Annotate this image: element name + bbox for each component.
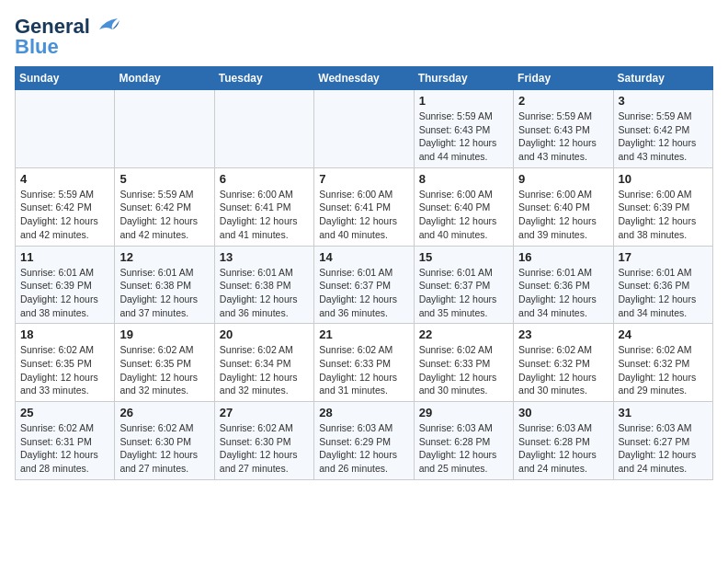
- day-info: Sunrise: 5:59 AM Sunset: 6:42 PM Dayligh…: [619, 109, 708, 164]
- day-info: Sunrise: 6:01 AM Sunset: 6:38 PM Dayligh…: [220, 266, 309, 320]
- logo: General Blue: [15, 15, 121, 59]
- calendar-cell: 23Sunrise: 6:02 AM Sunset: 6:32 PM Dayli…: [514, 324, 613, 402]
- calendar-cell: 14Sunrise: 6:01 AM Sunset: 6:37 PM Dayli…: [314, 246, 414, 324]
- header-day-friday: Friday: [514, 67, 613, 90]
- day-info: Sunrise: 6:03 AM Sunset: 6:29 PM Dayligh…: [319, 421, 408, 476]
- day-number: 16: [518, 250, 608, 264]
- day-info: Sunrise: 6:02 AM Sunset: 6:33 PM Dayligh…: [419, 343, 508, 397]
- calendar-cell: 8Sunrise: 6:00 AM Sunset: 6:40 PM Daylig…: [414, 167, 513, 246]
- calendar-cell: 26Sunrise: 6:02 AM Sunset: 6:30 PM Dayli…: [115, 402, 214, 480]
- day-info: Sunrise: 6:03 AM Sunset: 6:27 PM Dayligh…: [619, 421, 708, 476]
- calendar-cell: 2Sunrise: 5:59 AM Sunset: 6:43 PM Daylig…: [514, 90, 613, 168]
- day-number: 8: [419, 172, 508, 186]
- day-number: 14: [319, 250, 408, 264]
- calendar-cell: 4Sunrise: 5:59 AM Sunset: 6:42 PM Daylig…: [16, 167, 115, 246]
- day-number: 4: [20, 172, 109, 186]
- calendar-cell: 30Sunrise: 6:03 AM Sunset: 6:28 PM Dayli…: [514, 402, 613, 480]
- header-day-thursday: Thursday: [414, 67, 513, 90]
- calendar-cell: 19Sunrise: 6:02 AM Sunset: 6:35 PM Dayli…: [115, 324, 214, 402]
- calendar-cell: 1Sunrise: 5:59 AM Sunset: 6:43 PM Daylig…: [414, 90, 513, 168]
- calendar-cell: 12Sunrise: 6:01 AM Sunset: 6:38 PM Dayli…: [115, 246, 214, 324]
- calendar-cell: 6Sunrise: 6:00 AM Sunset: 6:41 PM Daylig…: [214, 167, 313, 246]
- day-info: Sunrise: 6:01 AM Sunset: 6:38 PM Dayligh…: [119, 266, 209, 320]
- week-row-1: 1Sunrise: 5:59 AM Sunset: 6:43 PM Daylig…: [16, 90, 713, 168]
- day-number: 11: [20, 250, 109, 264]
- day-info: Sunrise: 5:59 AM Sunset: 6:42 PM Dayligh…: [20, 188, 109, 242]
- calendar-cell: 27Sunrise: 6:02 AM Sunset: 6:30 PM Dayli…: [214, 402, 313, 480]
- page-header: General Blue: [15, 15, 713, 59]
- day-number: 28: [319, 406, 408, 419]
- week-row-2: 4Sunrise: 5:59 AM Sunset: 6:42 PM Daylig…: [16, 167, 713, 246]
- day-info: Sunrise: 6:01 AM Sunset: 6:36 PM Dayligh…: [619, 266, 708, 320]
- calendar-cell: 3Sunrise: 5:59 AM Sunset: 6:42 PM Daylig…: [613, 90, 712, 168]
- day-number: 12: [119, 250, 209, 264]
- day-number: 22: [419, 327, 508, 341]
- calendar-cell: 28Sunrise: 6:03 AM Sunset: 6:29 PM Dayli…: [314, 402, 414, 480]
- calendar-cell: 9Sunrise: 6:00 AM Sunset: 6:40 PM Daylig…: [514, 167, 613, 246]
- day-info: Sunrise: 6:00 AM Sunset: 6:41 PM Dayligh…: [319, 188, 408, 242]
- day-number: 29: [419, 406, 508, 419]
- day-number: 15: [419, 250, 508, 264]
- week-row-4: 18Sunrise: 6:02 AM Sunset: 6:35 PM Dayli…: [16, 324, 713, 402]
- logo-blue: Blue: [15, 35, 59, 59]
- day-info: Sunrise: 6:03 AM Sunset: 6:28 PM Dayligh…: [518, 421, 608, 476]
- day-number: 26: [119, 406, 209, 419]
- day-number: 31: [619, 406, 708, 419]
- day-info: Sunrise: 6:01 AM Sunset: 6:37 PM Dayligh…: [419, 266, 508, 320]
- day-number: 27: [220, 406, 309, 419]
- day-info: Sunrise: 6:01 AM Sunset: 6:37 PM Dayligh…: [319, 266, 408, 320]
- calendar-cell: 21Sunrise: 6:02 AM Sunset: 6:33 PM Dayli…: [314, 324, 414, 402]
- calendar-cell: 5Sunrise: 5:59 AM Sunset: 6:42 PM Daylig…: [115, 167, 214, 246]
- calendar-cell: 29Sunrise: 6:03 AM Sunset: 6:28 PM Dayli…: [414, 402, 513, 480]
- day-number: 19: [119, 327, 209, 341]
- calendar-cell: 13Sunrise: 6:01 AM Sunset: 6:38 PM Dayli…: [214, 246, 313, 324]
- day-info: Sunrise: 5:59 AM Sunset: 6:43 PM Dayligh…: [419, 109, 508, 164]
- calendar-cell: [115, 90, 214, 168]
- day-info: Sunrise: 6:00 AM Sunset: 6:40 PM Dayligh…: [518, 188, 608, 242]
- day-number: 9: [518, 172, 608, 186]
- calendar-header: SundayMondayTuesdayWednesdayThursdayFrid…: [16, 67, 713, 90]
- header-day-monday: Monday: [115, 67, 214, 90]
- day-number: 2: [518, 94, 608, 108]
- day-info: Sunrise: 6:02 AM Sunset: 6:35 PM Dayligh…: [119, 343, 209, 397]
- day-number: 6: [220, 172, 309, 186]
- header-day-sunday: Sunday: [16, 67, 115, 90]
- day-number: 3: [619, 94, 708, 108]
- calendar-cell: 24Sunrise: 6:02 AM Sunset: 6:32 PM Dayli…: [613, 324, 712, 402]
- calendar-cell: 10Sunrise: 6:00 AM Sunset: 6:39 PM Dayli…: [613, 167, 712, 246]
- day-number: 24: [619, 327, 708, 341]
- calendar-cell: 16Sunrise: 6:01 AM Sunset: 6:36 PM Dayli…: [514, 246, 613, 324]
- calendar-cell: [314, 90, 414, 168]
- day-info: Sunrise: 6:02 AM Sunset: 6:34 PM Dayligh…: [220, 343, 309, 397]
- day-number: 17: [619, 250, 708, 264]
- calendar-table: SundayMondayTuesdayWednesdayThursdayFrid…: [15, 66, 713, 480]
- day-info: Sunrise: 6:02 AM Sunset: 6:32 PM Dayligh…: [518, 343, 608, 397]
- header-row: SundayMondayTuesdayWednesdayThursdayFrid…: [16, 67, 713, 90]
- day-number: 23: [518, 327, 608, 341]
- day-info: Sunrise: 5:59 AM Sunset: 6:43 PM Dayligh…: [518, 109, 608, 164]
- day-info: Sunrise: 6:01 AM Sunset: 6:39 PM Dayligh…: [20, 266, 109, 320]
- day-info: Sunrise: 6:01 AM Sunset: 6:36 PM Dayligh…: [518, 266, 608, 320]
- header-day-tuesday: Tuesday: [214, 67, 313, 90]
- day-info: Sunrise: 6:02 AM Sunset: 6:31 PM Dayligh…: [20, 421, 109, 476]
- day-number: 21: [319, 327, 408, 341]
- day-info: Sunrise: 6:02 AM Sunset: 6:30 PM Dayligh…: [119, 421, 209, 476]
- calendar-body: 1Sunrise: 5:59 AM Sunset: 6:43 PM Daylig…: [16, 90, 713, 480]
- day-info: Sunrise: 6:02 AM Sunset: 6:35 PM Dayligh…: [20, 343, 109, 397]
- day-number: 10: [619, 172, 708, 186]
- day-number: 25: [20, 406, 109, 419]
- calendar-cell: 31Sunrise: 6:03 AM Sunset: 6:27 PM Dayli…: [613, 402, 712, 480]
- logo-bird-icon: [92, 17, 121, 37]
- day-info: Sunrise: 6:00 AM Sunset: 6:40 PM Dayligh…: [419, 188, 508, 242]
- day-number: 13: [220, 250, 309, 264]
- calendar-cell: [214, 90, 313, 168]
- day-number: 5: [119, 172, 209, 186]
- day-info: Sunrise: 6:00 AM Sunset: 6:39 PM Dayligh…: [619, 188, 708, 242]
- day-info: Sunrise: 6:02 AM Sunset: 6:32 PM Dayligh…: [619, 343, 708, 397]
- day-info: Sunrise: 6:00 AM Sunset: 6:41 PM Dayligh…: [220, 188, 309, 242]
- calendar-cell: 7Sunrise: 6:00 AM Sunset: 6:41 PM Daylig…: [314, 167, 414, 246]
- header-day-wednesday: Wednesday: [314, 67, 414, 90]
- day-info: Sunrise: 6:02 AM Sunset: 6:30 PM Dayligh…: [220, 421, 309, 476]
- calendar-cell: 15Sunrise: 6:01 AM Sunset: 6:37 PM Dayli…: [414, 246, 513, 324]
- calendar-cell: [16, 90, 115, 168]
